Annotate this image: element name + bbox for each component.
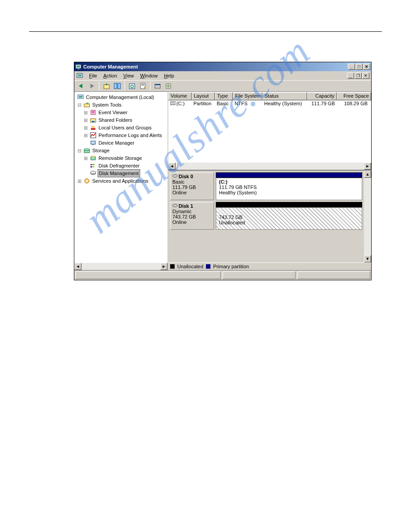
titlebar[interactable]: Computer Management _ □ ✕ [74, 62, 371, 71]
menubar: File Action View Window Help _ ❐ ✕ [74, 71, 371, 80]
col-freespace[interactable]: Free Space [337, 92, 371, 100]
svg-rect-42 [90, 166, 92, 167]
tree-shared-folders[interactable]: ⊞ Shared Folders [76, 116, 167, 124]
tree-local-users[interactable]: ⊞ Local Users and Groups [76, 124, 167, 131]
properties-button[interactable] [138, 81, 148, 91]
svg-rect-4 [78, 74, 81, 77]
svg-point-50 [173, 204, 178, 207]
svg-rect-18 [155, 84, 160, 85]
col-capacity[interactable]: Capacity [307, 92, 337, 100]
disk-row-0[interactable]: Disk 0 Basic 111.79 GB Online (C:) 111.7… [170, 172, 362, 200]
menu-action[interactable]: Action [100, 72, 120, 79]
close-button[interactable]: ✕ [363, 64, 370, 70]
up-button[interactable] [102, 81, 111, 91]
primary-partition-bar [216, 172, 362, 178]
collapse-icon[interactable]: ⊟ [76, 147, 82, 154]
minimize-button[interactable]: _ [348, 64, 355, 70]
expand-icon[interactable]: ⊞ [82, 109, 89, 116]
tree-system-tools[interactable]: ⊟ System Tools [76, 101, 167, 108]
volume-row[interactable]: (C:) Partition Basic NTFS Healthy (Syste… [168, 100, 371, 107]
svg-point-31 [93, 126, 95, 128]
svg-rect-23 [84, 104, 90, 107]
maximize-button[interactable]: □ [355, 64, 363, 70]
svg-rect-38 [91, 157, 95, 160]
expand-icon[interactable]: ⊞ [82, 116, 89, 124]
col-volume[interactable]: Volume [168, 92, 192, 100]
tree-storage[interactable]: ⊟ Storage [76, 146, 167, 154]
event-viewer-icon [90, 109, 97, 116]
mdi-minimize-button[interactable]: _ [347, 73, 354, 79]
settings-button[interactable] [153, 81, 163, 91]
svg-rect-2 [77, 69, 79, 69]
forward-button[interactable] [87, 81, 97, 91]
tree-root[interactable]: Computer Management (Local) [76, 93, 167, 101]
perf-icon [90, 132, 97, 139]
expand-icon[interactable]: ⊞ [82, 154, 89, 162]
legend-swatch-primary [206, 264, 210, 269]
disk-0-map[interactable]: (C:) 111.79 GB NTFS Healthy (System) [216, 172, 362, 200]
svg-rect-26 [92, 111, 94, 112]
tree-disk-management[interactable]: Disk Management [76, 169, 167, 177]
col-status[interactable]: Status [262, 92, 307, 100]
back-button[interactable] [76, 81, 86, 91]
col-type[interactable]: Type [215, 92, 233, 100]
menu-help[interactable]: Help [161, 72, 177, 79]
app-icon [75, 64, 81, 70]
tree-perf-logs[interactable]: ⊞ Performance Logs and Alerts [76, 131, 167, 139]
col-filesystem[interactable]: File System [233, 92, 262, 100]
svg-rect-7 [104, 85, 109, 89]
menu-view[interactable]: View [120, 72, 137, 79]
volume-list: Volume Layout Type File System Status Ca… [168, 92, 371, 170]
tree-removable-storage[interactable]: ⊞ Removable Storage [76, 154, 167, 162]
svg-rect-10 [118, 83, 120, 89]
svg-point-37 [84, 149, 90, 150]
svg-rect-29 [92, 121, 94, 122]
svg-rect-15 [141, 85, 144, 86]
svg-marker-24 [86, 103, 89, 104]
legend-unallocated: Unallocated [177, 264, 203, 269]
tree-services[interactable]: ⊞ Services and Applications [76, 177, 167, 184]
disk-1-map[interactable]: 743.72 GB Unallocated [216, 202, 362, 230]
tree-device-manager[interactable]: Device Manager [76, 139, 167, 146]
help-button[interactable] [163, 81, 173, 91]
svg-rect-48 [170, 102, 176, 105]
menu-file[interactable]: File [86, 72, 100, 79]
svg-rect-32 [91, 128, 95, 130]
refresh-button[interactable] [127, 81, 137, 91]
svg-rect-34 [91, 141, 95, 144]
scroll-left-icon[interactable]: ◄ [74, 263, 81, 270]
disk-row-1[interactable]: Disk 1 Dynamic 743.72 GB Online 743.72 G… [170, 202, 362, 230]
unallocated-space[interactable]: 743.72 GB Unallocated [216, 207, 362, 230]
scroll-up-icon[interactable]: ▲ [364, 171, 371, 178]
volume-icon [170, 101, 176, 106]
menu-window[interactable]: Window [137, 72, 161, 79]
tree-hscrollbar[interactable]: ◄ ► [74, 263, 167, 270]
list-hscrollbar[interactable]: ◄ ► [168, 163, 371, 170]
svg-marker-5 [79, 84, 82, 88]
svg-rect-1 [77, 65, 80, 68]
legend: Unallocated Primary partition [168, 262, 371, 270]
disk-icon [172, 174, 179, 179]
diskmap-vscrollbar[interactable]: ▲ ▼ [364, 171, 371, 262]
svg-rect-43 [93, 166, 94, 167]
tree-disk-defragmenter[interactable]: Disk Defragmenter [76, 162, 167, 169]
expand-icon[interactable]: ⊞ [82, 132, 89, 139]
mdi-close-button[interactable]: ✕ [362, 73, 369, 79]
col-layout[interactable]: Layout [192, 92, 215, 100]
scroll-down-icon[interactable]: ▼ [364, 255, 371, 262]
svg-rect-9 [114, 83, 117, 89]
scroll-right-icon[interactable]: ► [160, 263, 167, 270]
shared-folders-icon [90, 116, 97, 124]
removable-icon [90, 154, 97, 162]
expand-icon[interactable]: ⊞ [82, 124, 89, 131]
show-hide-tree-button[interactable] [112, 81, 122, 91]
scroll-left-icon[interactable]: ◄ [168, 163, 176, 170]
tree-event-viewer[interactable]: ⊞ Event Viewer [76, 108, 167, 116]
scroll-right-icon[interactable]: ► [364, 163, 371, 170]
mdi-restore-button[interactable]: ❐ [355, 73, 362, 79]
collapse-icon[interactable]: ⊟ [76, 101, 82, 108]
legend-primary: Primary partition [213, 264, 249, 269]
svg-marker-6 [90, 84, 94, 88]
expand-icon[interactable]: ⊞ [76, 177, 82, 184]
partition-c[interactable]: (C:) 111.79 GB NTFS Healthy (System) [216, 178, 362, 200]
